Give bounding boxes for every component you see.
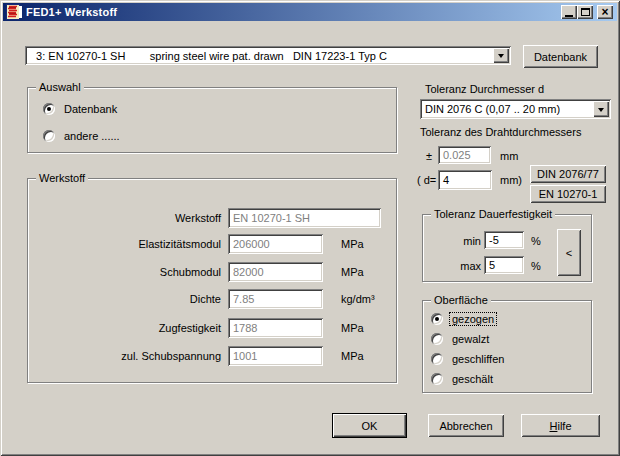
radio-andere[interactable]: andere ...... <box>43 129 123 143</box>
close-button[interactable]: × <box>597 5 613 19</box>
schubspannung-label: zul. Schubspannung <box>28 350 221 362</box>
toleranz-draht-label: Toleranz des Drahtdurchmessers <box>420 126 581 138</box>
toleranz-durchmesser-select[interactable]: DIN 2076 C (0,07 .. 20 mm) <box>420 99 611 119</box>
elastizitaetsmodul-unit: MPa <box>341 238 364 250</box>
material-select-dropdown-button[interactable] <box>493 48 509 63</box>
radio-datenbank-label: Datenbank <box>61 102 120 116</box>
toleranz-durchmesser-label: Toleranz Durchmesser d <box>425 83 544 95</box>
radio-geschaelt-label: geschält <box>449 372 496 386</box>
max-label: max <box>423 260 481 272</box>
dauerfestigkeit-group: Toleranz Dauerfestigkeit min -5 % max 5 … <box>422 214 592 282</box>
min-unit: % <box>531 235 541 247</box>
toleranz-wert-field[interactable]: 0.025 <box>438 146 491 164</box>
elastizitaetsmodul-field[interactable]: 206000 <box>228 234 323 254</box>
d-wert-field[interactable]: 4 <box>438 170 492 190</box>
chevron-down-icon <box>498 54 504 61</box>
radio-geschaelt-icon[interactable] <box>431 373 443 385</box>
radio-geschaelt[interactable]: geschält <box>431 372 496 386</box>
werkstoff-group: Werkstoff Werkstoff EN 10270-1 SH Elasti… <box>27 178 397 383</box>
werkstoff-field[interactable]: EN 10270-1 SH <box>228 208 381 228</box>
titlebar[interactable]: FED1+ Werkstoff <box>3 3 617 21</box>
app-spring-icon <box>6 4 22 20</box>
radio-gezogen-icon[interactable] <box>431 313 443 325</box>
zugfestigkeit-unit: MPa <box>341 322 364 334</box>
radio-datenbank-icon[interactable] <box>43 103 55 115</box>
radio-gezogen-label: gezogen <box>449 312 497 326</box>
radio-gewalzt-icon[interactable] <box>431 333 443 345</box>
cancel-button[interactable]: Abbrechen <box>428 414 504 437</box>
radio-andere-icon[interactable] <box>43 130 55 142</box>
ok-button[interactable]: OK <box>333 414 406 437</box>
werkstoff-group-title: Werkstoff <box>36 172 88 184</box>
minimize-button[interactable] <box>561 5 577 19</box>
toleranz-durchmesser-value: DIN 2076 C (0,07 .. 20 mm) <box>420 103 560 115</box>
toleranz-dropdown-button[interactable] <box>593 101 609 117</box>
plusminus-sign: ± <box>426 150 432 162</box>
schubmodul-label: Schubmodul <box>28 266 221 278</box>
en-10270-button[interactable]: EN 10270-1 <box>530 185 606 203</box>
auswahl-group-title: Auswahl <box>36 81 84 93</box>
material-select[interactable]: 3: EN 10270-1 SH spring steel wire pat. … <box>25 46 511 65</box>
radio-geschliffen[interactable]: geschliffen <box>431 352 507 366</box>
dialog-window: FED1+ Werkstoff × 3: EN 10270-1 SH sprin… <box>0 0 620 456</box>
material-select-value: 3: EN 10270-1 SH spring steel wire pat. … <box>25 50 387 62</box>
minimize-icon <box>565 15 573 17</box>
din-2076-button[interactable]: DIN 2076/77 <box>530 165 606 183</box>
dichte-unit: kg/dm³ <box>341 293 375 305</box>
maximize-button[interactable] <box>577 5 593 19</box>
help-button[interactable]: Hilfe <box>521 414 600 437</box>
datenbank-button[interactable]: Datenbank <box>523 45 598 68</box>
schubspannung-unit: MPa <box>341 350 364 362</box>
auswahl-group: Auswahl Datenbank andere ...... <box>27 87 397 153</box>
max-field[interactable]: 5 <box>484 256 524 274</box>
radio-geschliffen-icon[interactable] <box>431 353 443 365</box>
d-suffix-label: mm) <box>500 174 522 186</box>
chevron-down-icon <box>598 108 604 115</box>
zugfestigkeit-label: Zugfestigkeit <box>28 322 221 334</box>
maximize-icon <box>581 8 590 16</box>
dauerfestigkeit-group-title: Toleranz Dauerfestigkeit <box>431 208 555 220</box>
dichte-field[interactable]: 7.85 <box>228 289 323 309</box>
d-prefix-label: ( d= <box>417 174 436 186</box>
oberflaeche-group: Oberfläche gezogen gewalzt geschliffen g… <box>422 300 592 393</box>
radio-gezogen[interactable]: gezogen <box>431 312 497 326</box>
schubspannung-field[interactable]: 1001 <box>228 346 323 366</box>
dichte-label: Dichte <box>28 293 221 305</box>
elastizitaetsmodul-label: Elastizitätsmodul <box>28 238 221 250</box>
min-field[interactable]: -5 <box>484 231 524 249</box>
zugfestigkeit-field[interactable]: 1788 <box>228 318 323 338</box>
max-unit: % <box>531 260 541 272</box>
oberflaeche-group-title: Oberfläche <box>431 294 491 306</box>
window-title: FED1+ Werkstoff <box>26 6 117 18</box>
radio-geschliffen-label: geschliffen <box>449 352 507 366</box>
close-icon: × <box>601 7 608 17</box>
radio-gewalzt[interactable]: gewalzt <box>431 332 492 346</box>
schubmodul-unit: MPa <box>341 266 364 278</box>
radio-gewalzt-label: gewalzt <box>449 332 492 346</box>
werkstoff-label: Werkstoff <box>28 212 221 224</box>
radio-datenbank[interactable]: Datenbank <box>43 102 120 116</box>
back-arrow-button[interactable]: < <box>557 229 581 276</box>
toleranz-wert-unit: mm <box>500 150 518 162</box>
radio-andere-label: andere ...... <box>61 129 123 143</box>
min-label: min <box>423 235 481 247</box>
back-arrow-icon: < <box>566 247 572 259</box>
schubmodul-field[interactable]: 82000 <box>228 262 323 282</box>
